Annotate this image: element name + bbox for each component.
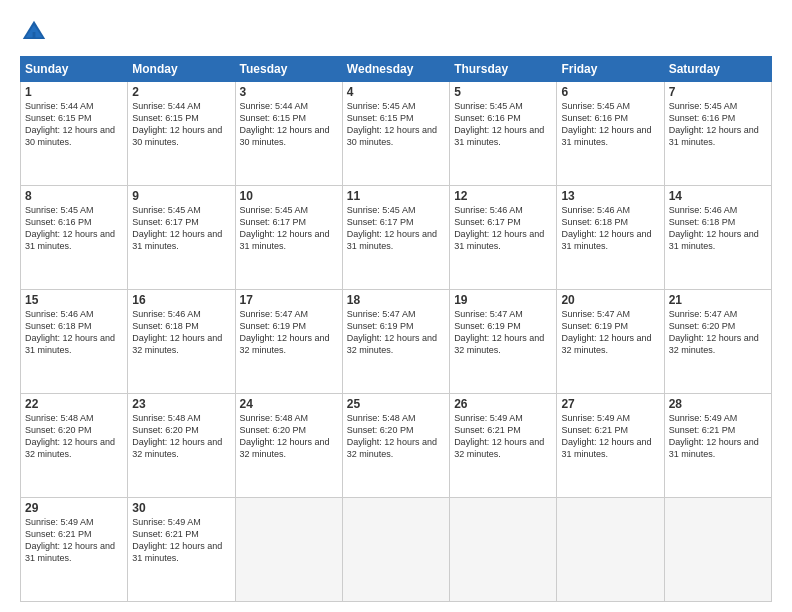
day-info: Sunrise: 5:47 AMSunset: 6:19 PMDaylight:… bbox=[454, 309, 544, 355]
day-info: Sunrise: 5:46 AMSunset: 6:18 PMDaylight:… bbox=[132, 309, 222, 355]
col-tuesday: Tuesday bbox=[235, 57, 342, 82]
day-number: 30 bbox=[132, 501, 230, 515]
calendar-cell: 7Sunrise: 5:45 AMSunset: 6:16 PMDaylight… bbox=[664, 82, 771, 186]
day-number: 18 bbox=[347, 293, 445, 307]
day-info: Sunrise: 5:49 AMSunset: 6:21 PMDaylight:… bbox=[454, 413, 544, 459]
day-info: Sunrise: 5:45 AMSunset: 6:17 PMDaylight:… bbox=[347, 205, 437, 251]
day-info: Sunrise: 5:46 AMSunset: 6:18 PMDaylight:… bbox=[25, 309, 115, 355]
day-number: 26 bbox=[454, 397, 552, 411]
col-monday: Monday bbox=[128, 57, 235, 82]
day-number: 2 bbox=[132, 85, 230, 99]
day-number: 27 bbox=[561, 397, 659, 411]
calendar-cell: 20Sunrise: 5:47 AMSunset: 6:19 PMDayligh… bbox=[557, 290, 664, 394]
day-info: Sunrise: 5:45 AMSunset: 6:16 PMDaylight:… bbox=[25, 205, 115, 251]
col-thursday: Thursday bbox=[450, 57, 557, 82]
day-info: Sunrise: 5:49 AMSunset: 6:21 PMDaylight:… bbox=[25, 517, 115, 563]
day-info: Sunrise: 5:44 AMSunset: 6:15 PMDaylight:… bbox=[132, 101, 222, 147]
day-info: Sunrise: 5:48 AMSunset: 6:20 PMDaylight:… bbox=[347, 413, 437, 459]
calendar-cell: 13Sunrise: 5:46 AMSunset: 6:18 PMDayligh… bbox=[557, 186, 664, 290]
day-number: 20 bbox=[561, 293, 659, 307]
calendar-cell: 22Sunrise: 5:48 AMSunset: 6:20 PMDayligh… bbox=[21, 394, 128, 498]
day-number: 5 bbox=[454, 85, 552, 99]
day-info: Sunrise: 5:47 AMSunset: 6:19 PMDaylight:… bbox=[347, 309, 437, 355]
day-number: 22 bbox=[25, 397, 123, 411]
day-info: Sunrise: 5:49 AMSunset: 6:21 PMDaylight:… bbox=[669, 413, 759, 459]
calendar-week-row: 29Sunrise: 5:49 AMSunset: 6:21 PMDayligh… bbox=[21, 498, 772, 602]
col-friday: Friday bbox=[557, 57, 664, 82]
day-number: 10 bbox=[240, 189, 338, 203]
day-info: Sunrise: 5:46 AMSunset: 6:18 PMDaylight:… bbox=[669, 205, 759, 251]
calendar-cell: 23Sunrise: 5:48 AMSunset: 6:20 PMDayligh… bbox=[128, 394, 235, 498]
day-number: 16 bbox=[132, 293, 230, 307]
calendar-cell bbox=[342, 498, 449, 602]
day-number: 4 bbox=[347, 85, 445, 99]
calendar-cell: 18Sunrise: 5:47 AMSunset: 6:19 PMDayligh… bbox=[342, 290, 449, 394]
day-info: Sunrise: 5:45 AMSunset: 6:16 PMDaylight:… bbox=[454, 101, 544, 147]
calendar-cell bbox=[450, 498, 557, 602]
header bbox=[20, 18, 772, 46]
calendar-cell: 8Sunrise: 5:45 AMSunset: 6:16 PMDaylight… bbox=[21, 186, 128, 290]
day-number: 7 bbox=[669, 85, 767, 99]
calendar-cell: 12Sunrise: 5:46 AMSunset: 6:17 PMDayligh… bbox=[450, 186, 557, 290]
logo-icon bbox=[20, 18, 48, 46]
day-number: 11 bbox=[347, 189, 445, 203]
calendar: Sunday Monday Tuesday Wednesday Thursday… bbox=[20, 56, 772, 602]
day-info: Sunrise: 5:46 AMSunset: 6:17 PMDaylight:… bbox=[454, 205, 544, 251]
day-info: Sunrise: 5:48 AMSunset: 6:20 PMDaylight:… bbox=[132, 413, 222, 459]
col-sunday: Sunday bbox=[21, 57, 128, 82]
day-info: Sunrise: 5:45 AMSunset: 6:17 PMDaylight:… bbox=[240, 205, 330, 251]
day-number: 6 bbox=[561, 85, 659, 99]
col-saturday: Saturday bbox=[664, 57, 771, 82]
calendar-cell bbox=[235, 498, 342, 602]
day-info: Sunrise: 5:45 AMSunset: 6:15 PMDaylight:… bbox=[347, 101, 437, 147]
day-number: 25 bbox=[347, 397, 445, 411]
calendar-header-row: Sunday Monday Tuesday Wednesday Thursday… bbox=[21, 57, 772, 82]
calendar-cell: 25Sunrise: 5:48 AMSunset: 6:20 PMDayligh… bbox=[342, 394, 449, 498]
calendar-cell: 14Sunrise: 5:46 AMSunset: 6:18 PMDayligh… bbox=[664, 186, 771, 290]
day-info: Sunrise: 5:48 AMSunset: 6:20 PMDaylight:… bbox=[240, 413, 330, 459]
day-number: 29 bbox=[25, 501, 123, 515]
calendar-cell: 29Sunrise: 5:49 AMSunset: 6:21 PMDayligh… bbox=[21, 498, 128, 602]
day-info: Sunrise: 5:49 AMSunset: 6:21 PMDaylight:… bbox=[561, 413, 651, 459]
day-number: 8 bbox=[25, 189, 123, 203]
day-info: Sunrise: 5:46 AMSunset: 6:18 PMDaylight:… bbox=[561, 205, 651, 251]
calendar-cell: 24Sunrise: 5:48 AMSunset: 6:20 PMDayligh… bbox=[235, 394, 342, 498]
day-number: 19 bbox=[454, 293, 552, 307]
day-number: 21 bbox=[669, 293, 767, 307]
calendar-week-row: 15Sunrise: 5:46 AMSunset: 6:18 PMDayligh… bbox=[21, 290, 772, 394]
calendar-cell: 30Sunrise: 5:49 AMSunset: 6:21 PMDayligh… bbox=[128, 498, 235, 602]
day-number: 1 bbox=[25, 85, 123, 99]
calendar-cell: 28Sunrise: 5:49 AMSunset: 6:21 PMDayligh… bbox=[664, 394, 771, 498]
calendar-week-row: 22Sunrise: 5:48 AMSunset: 6:20 PMDayligh… bbox=[21, 394, 772, 498]
day-number: 17 bbox=[240, 293, 338, 307]
calendar-cell: 15Sunrise: 5:46 AMSunset: 6:18 PMDayligh… bbox=[21, 290, 128, 394]
col-wednesday: Wednesday bbox=[342, 57, 449, 82]
day-info: Sunrise: 5:47 AMSunset: 6:19 PMDaylight:… bbox=[561, 309, 651, 355]
calendar-cell: 1Sunrise: 5:44 AMSunset: 6:15 PMDaylight… bbox=[21, 82, 128, 186]
calendar-cell: 5Sunrise: 5:45 AMSunset: 6:16 PMDaylight… bbox=[450, 82, 557, 186]
day-number: 3 bbox=[240, 85, 338, 99]
day-info: Sunrise: 5:45 AMSunset: 6:17 PMDaylight:… bbox=[132, 205, 222, 251]
calendar-cell: 26Sunrise: 5:49 AMSunset: 6:21 PMDayligh… bbox=[450, 394, 557, 498]
day-info: Sunrise: 5:47 AMSunset: 6:20 PMDaylight:… bbox=[669, 309, 759, 355]
day-number: 9 bbox=[132, 189, 230, 203]
day-number: 23 bbox=[132, 397, 230, 411]
logo bbox=[20, 18, 54, 46]
calendar-cell: 2Sunrise: 5:44 AMSunset: 6:15 PMDaylight… bbox=[128, 82, 235, 186]
calendar-cell: 21Sunrise: 5:47 AMSunset: 6:20 PMDayligh… bbox=[664, 290, 771, 394]
calendar-week-row: 1Sunrise: 5:44 AMSunset: 6:15 PMDaylight… bbox=[21, 82, 772, 186]
day-number: 14 bbox=[669, 189, 767, 203]
calendar-cell: 6Sunrise: 5:45 AMSunset: 6:16 PMDaylight… bbox=[557, 82, 664, 186]
calendar-week-row: 8Sunrise: 5:45 AMSunset: 6:16 PMDaylight… bbox=[21, 186, 772, 290]
day-info: Sunrise: 5:49 AMSunset: 6:21 PMDaylight:… bbox=[132, 517, 222, 563]
calendar-cell bbox=[664, 498, 771, 602]
day-number: 28 bbox=[669, 397, 767, 411]
day-number: 13 bbox=[561, 189, 659, 203]
day-info: Sunrise: 5:44 AMSunset: 6:15 PMDaylight:… bbox=[240, 101, 330, 147]
calendar-cell: 3Sunrise: 5:44 AMSunset: 6:15 PMDaylight… bbox=[235, 82, 342, 186]
calendar-cell: 17Sunrise: 5:47 AMSunset: 6:19 PMDayligh… bbox=[235, 290, 342, 394]
day-number: 15 bbox=[25, 293, 123, 307]
day-info: Sunrise: 5:45 AMSunset: 6:16 PMDaylight:… bbox=[561, 101, 651, 147]
calendar-cell: 10Sunrise: 5:45 AMSunset: 6:17 PMDayligh… bbox=[235, 186, 342, 290]
page: Sunday Monday Tuesday Wednesday Thursday… bbox=[0, 0, 792, 612]
